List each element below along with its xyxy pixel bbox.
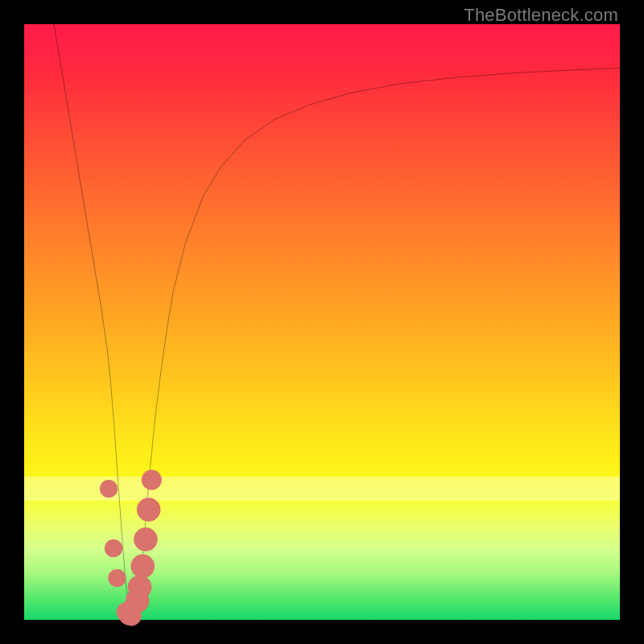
curve-svg <box>24 24 620 620</box>
marker-dot <box>130 555 155 579</box>
marker-dot <box>108 569 126 587</box>
watermark-text: TheBottleneck.com <box>464 5 618 26</box>
marker-group <box>100 470 162 626</box>
chart-frame: TheBottleneck.com <box>0 0 644 644</box>
marker-dot <box>100 480 118 497</box>
marker-dot <box>128 576 152 600</box>
plot-area <box>24 24 620 620</box>
marker-dot <box>134 527 158 551</box>
bottleneck-curve <box>54 24 620 617</box>
marker-dot <box>142 470 162 490</box>
marker-dot <box>137 497 161 522</box>
marker-dot <box>105 539 122 557</box>
